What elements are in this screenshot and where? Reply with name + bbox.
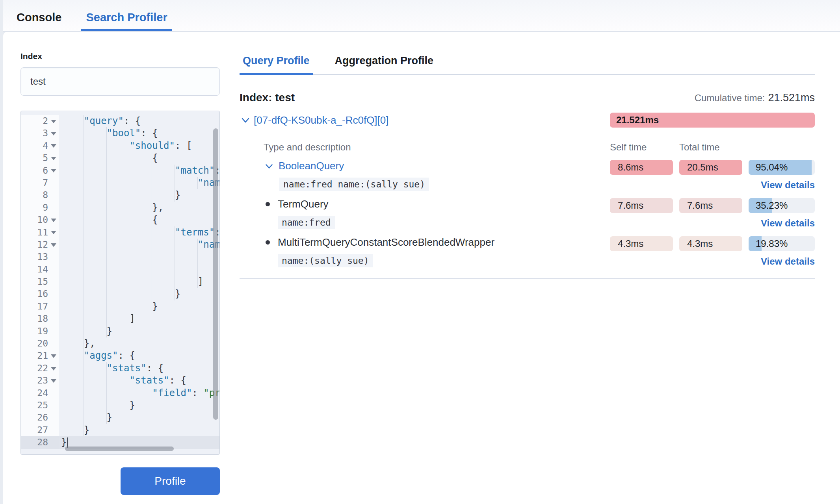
editor-gutter: 18: [21, 313, 59, 325]
editor-line-26[interactable]: 26}: [21, 411, 219, 424]
editor-line-23[interactable]: 23"stats": {: [21, 374, 219, 387]
fold-arrow-icon[interactable]: [50, 230, 57, 234]
editor-line-12[interactable]: 12"name": [: [21, 239, 219, 251]
fold-arrow-icon[interactable]: [50, 156, 57, 160]
editor-line-4[interactable]: 4"should": [: [21, 140, 219, 152]
editor-line-16[interactable]: 16}: [21, 288, 219, 300]
line-number: 12: [37, 239, 48, 251]
editor-gutter[interactable]: 6: [21, 165, 59, 177]
view-details-link[interactable]: View details: [761, 256, 815, 267]
tab-aggregation-profile[interactable]: Aggregation Profile: [332, 55, 437, 74]
fold-arrow-placeholder: [50, 255, 57, 259]
editor-line-17[interactable]: 17}: [21, 300, 219, 313]
editor-line-5[interactable]: 5{: [21, 152, 219, 164]
editor-line-9[interactable]: 9},: [21, 202, 219, 214]
fold-arrow-icon[interactable]: [50, 379, 57, 383]
tab-search-profiler[interactable]: Search Profiler: [81, 11, 172, 31]
editor-line-14[interactable]: 14"sally": [21, 263, 219, 276]
editor-line-22[interactable]: 22"stats": {: [21, 362, 219, 374]
editor-line-24[interactable]: 24"field": "price": [21, 387, 219, 399]
view-details-link[interactable]: View details: [761, 180, 815, 191]
code-line-text: "query": {: [59, 115, 219, 127]
editor-line-19[interactable]: 19}: [21, 325, 219, 337]
editor-line-27[interactable]: 27}: [21, 424, 219, 436]
fold-arrow-placeholder: [50, 342, 57, 346]
self-time-column-header: Self time: [610, 142, 673, 153]
fold-arrow-icon[interactable]: [50, 132, 57, 135]
editor-gutter[interactable]: 2: [21, 115, 59, 127]
horizontal-scrollbar-thumb[interactable]: [65, 447, 174, 451]
query-description: name:fred name:(sally sue): [279, 178, 429, 191]
editor-gutter[interactable]: 3: [21, 127, 59, 139]
editor-gutter[interactable]: 4: [21, 140, 59, 152]
view-details-link[interactable]: View details: [761, 218, 815, 229]
query-type-label: BooleanQuery: [279, 160, 344, 172]
editor-gutter[interactable]: 10: [21, 214, 59, 226]
cumulative-time-label: Cumulative time:: [695, 93, 765, 103]
index-input[interactable]: [20, 67, 220, 96]
editor-gutter[interactable]: 21: [21, 350, 59, 362]
fold-arrow-placeholder: [50, 292, 57, 296]
editor-line-21[interactable]: 21"aggs": {: [21, 350, 219, 362]
editor-line-8[interactable]: 8}: [21, 189, 219, 201]
editor-line-7[interactable]: 7"name": "fred": [21, 177, 219, 189]
fold-arrow-placeholder: [50, 441, 57, 445]
editor-gutter[interactable]: 23: [21, 374, 59, 387]
line-number: 19: [37, 325, 48, 337]
query-description: name:fred: [278, 216, 335, 229]
editor-line-10[interactable]: 10{: [21, 214, 219, 226]
fold-arrow-icon[interactable]: [50, 243, 57, 247]
fold-arrow-placeholder: [50, 391, 57, 395]
fold-arrow-placeholder: [50, 181, 57, 185]
code-line-text: {: [59, 152, 219, 164]
fold-arrow-icon[interactable]: [50, 218, 57, 222]
fold-arrow-icon[interactable]: [50, 169, 57, 172]
editor-line-13[interactable]: 13"sue",: [21, 251, 219, 263]
editor-line-3[interactable]: 3"bool": {: [21, 127, 219, 139]
editor-gutter: 14: [21, 263, 59, 276]
editor-gutter[interactable]: 12: [21, 239, 59, 251]
line-number: 22: [37, 362, 48, 374]
editor-line-15[interactable]: 15]: [21, 276, 219, 288]
fold-arrow-icon[interactable]: [50, 119, 57, 123]
editor-gutter[interactable]: 5: [21, 152, 59, 164]
editor-line-20[interactable]: 20},: [21, 337, 219, 350]
fold-arrow-icon[interactable]: [50, 367, 57, 371]
code-line-text: }: [59, 424, 219, 436]
editor-line-2[interactable]: 2"query": {: [21, 115, 219, 127]
percent-bar: 95.04%: [749, 160, 815, 175]
code-line-text: }: [59, 325, 219, 337]
editor-gutter[interactable]: 11: [21, 226, 59, 239]
tab-query-profile[interactable]: Query Profile: [240, 55, 313, 74]
editor-gutter: 19: [21, 325, 59, 337]
editor-line-11[interactable]: 11"terms": {: [21, 226, 219, 239]
query-editor[interactable]: 2"query": {3"bool": {4"should": [5{6"mat…: [20, 111, 220, 455]
tab-console[interactable]: Console: [12, 11, 66, 31]
chevron-down-icon: [264, 161, 275, 172]
code-line-text: }: [59, 189, 219, 201]
fold-arrow-icon[interactable]: [50, 354, 57, 358]
code-line-text: "name": [: [59, 239, 219, 251]
query-type[interactable]: BooleanQuery: [264, 160, 610, 172]
line-number: 23: [37, 374, 48, 387]
editor-line-25[interactable]: 25}: [21, 399, 219, 411]
shard-row: [07-dfQ-KS0ubk-a_-Rc0fQ][0] 21.521ms: [240, 113, 815, 128]
query-sidebar: Index 2"query": {3"bool": {4"should": [5…: [20, 32, 220, 495]
editor-gutter[interactable]: 22: [21, 362, 59, 374]
shard-toggle-link[interactable]: [07-dfQ-KS0ubk-a_-Rc0fQ][0]: [240, 114, 388, 126]
editor-line-6[interactable]: 6"match": {: [21, 165, 219, 177]
profile-button[interactable]: Profile: [121, 467, 220, 495]
code-line-text: },: [59, 202, 219, 214]
vertical-scrollbar-thumb[interactable]: [213, 128, 218, 420]
query-type: MultiTermQueryConstantScoreBlendedWrappe…: [264, 236, 610, 248]
line-number: 27: [37, 424, 48, 436]
fold-arrow-icon[interactable]: [50, 144, 57, 148]
line-number: 3: [43, 127, 48, 139]
editor-gutter: 7: [21, 177, 59, 189]
profile-row-2: MultiTermQueryConstantScoreBlendedWrappe…: [240, 236, 815, 267]
line-number: 6: [43, 165, 48, 177]
app-tab-bar: Console Search Profiler: [3, 0, 840, 32]
editor-line-18[interactable]: 18]: [21, 313, 219, 325]
line-number: 10: [37, 214, 48, 226]
code-line-text: "stats": {: [59, 374, 219, 387]
